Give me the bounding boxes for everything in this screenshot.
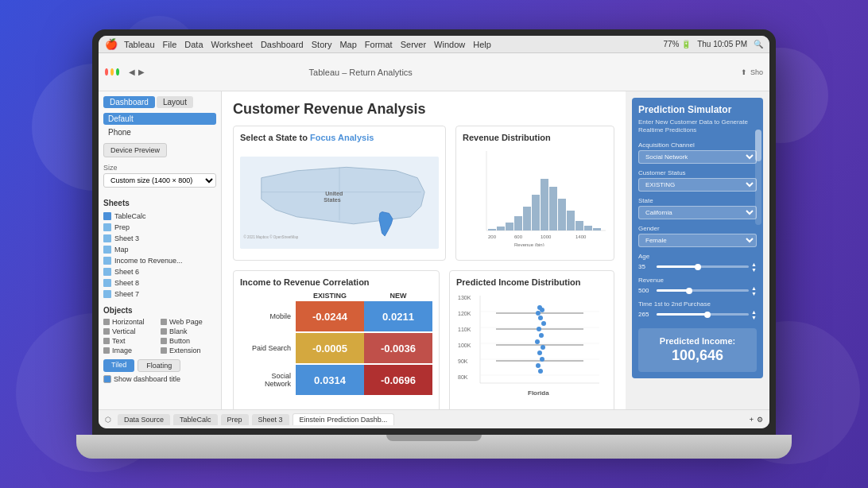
tab-prep[interactable]: Prep — [221, 414, 249, 425]
sheet-item-income[interactable]: Income to Revenue... — [103, 255, 216, 266]
menu-worksheet[interactable]: Worksheet — [211, 40, 253, 49]
obj-vertical[interactable]: Vertical — [103, 327, 159, 335]
sheet-item-sheet6[interactable]: Sheet 6 — [103, 266, 216, 277]
menu-dashboard[interactable]: Dashboard — [261, 40, 304, 49]
share-icon[interactable]: ⬆ — [741, 68, 747, 76]
sheet-item-map[interactable]: Map — [103, 244, 216, 255]
menu-server[interactable]: Server — [401, 40, 426, 49]
revenue-panel: Revenue Distribution — [455, 126, 614, 261]
scroll-indicator — [755, 130, 761, 225]
menubar-right-area: 77% 🔋 Thu 10:05 PM 🔍 — [663, 40, 763, 48]
sheet-item-sheet8[interactable]: Sheet 8 — [103, 277, 216, 289]
battery-info: 77% 🔋 — [663, 40, 691, 48]
svg-rect-16 — [558, 199, 566, 230]
menu-tableau[interactable]: Tableau — [124, 40, 155, 49]
tab-sheet3[interactable]: Sheet 3 — [252, 414, 289, 425]
time-purchase-arrows[interactable]: ▲ ▼ — [751, 309, 757, 320]
menu-map[interactable]: Map — [339, 40, 356, 49]
tableau-window-title: Tableau – Return Analytics — [309, 68, 413, 77]
tab-layout[interactable]: Layout — [157, 96, 193, 108]
obj-blank[interactable]: Blank — [161, 327, 216, 335]
toolbar-left-icons: ◀ ▶ — [105, 67, 145, 78]
obj-button[interactable]: Button — [161, 337, 216, 345]
menu-help[interactable]: Help — [473, 40, 491, 49]
age-arrows[interactable]: ▲ ▼ — [751, 261, 757, 273]
obj-extension[interactable]: Extension — [161, 347, 216, 354]
predicted-income-box: Predicted Income: 100,646 — [638, 328, 757, 372]
cell-paid-new[interactable]: -0.0036 — [364, 333, 432, 363]
svg-point-45 — [536, 311, 541, 316]
menu-items: Tableau File Data Worksheet Dashboard St… — [124, 40, 491, 49]
database-icon: ⬡ — [105, 416, 111, 424]
revenue-slider[interactable] — [657, 289, 749, 292]
svg-point-46 — [538, 316, 543, 320]
age-value: 35 — [638, 263, 654, 270]
svg-rect-20 — [593, 228, 601, 230]
map-chart-title: Select a State to Focus Analysis — [240, 133, 439, 142]
show-title-checkbox[interactable] — [103, 375, 111, 383]
tab-tablecalc[interactable]: TableCalc — [173, 414, 218, 425]
obj-webpage[interactable]: Web Page — [161, 318, 216, 326]
svg-rect-18 — [575, 221, 583, 230]
tab-dashboard[interactable]: Dashboard — [103, 96, 155, 108]
customer-status-select[interactable]: EXISTING NEW — [638, 178, 757, 192]
row-label-social: SocialNetwork — [240, 372, 296, 388]
add-sheet-icon[interactable]: + — [750, 416, 754, 424]
sheet-item-sheet3[interactable]: Sheet 3 — [103, 233, 216, 244]
cell-mobile-new[interactable]: 0.0211 — [364, 301, 432, 331]
state-label: State — [638, 197, 757, 204]
acquisition-channel-label: Acquisition Channel — [638, 141, 757, 149]
cell-paid-existing[interactable]: -0.0005 — [296, 333, 364, 363]
screen-bezel: 🍎 Tableau File Data Worksheet Dashboard … — [92, 29, 776, 435]
menu-window[interactable]: Window — [434, 40, 465, 49]
state-select[interactable]: California Florida Texas New York — [638, 206, 757, 219]
search-icon[interactable]: 🔍 — [754, 40, 763, 48]
cell-social-new[interactable]: -0.0696 — [364, 365, 432, 395]
svg-point-44 — [540, 308, 544, 312]
row-label-paid-search: Paid Search — [240, 344, 296, 352]
obj-horizontal[interactable]: Horizontal — [103, 318, 159, 326]
svg-rect-8 — [488, 229, 496, 230]
usa-map-svg: © 2021 Mapbox © OpenStreetMap United Sta… — [240, 147, 439, 258]
predicted-income-panel: Predicted Income Distribution 130K 12 — [449, 270, 614, 409]
revenue-arrows[interactable]: ▲ ▼ — [751, 285, 757, 296]
profile-default[interactable]: Default — [103, 113, 216, 125]
customer-status-label: Customer Status — [638, 169, 757, 176]
obj-text[interactable]: Text — [103, 337, 159, 345]
matrix-header: EXISTING NEW — [296, 292, 432, 300]
back-icon[interactable]: ◀ — [129, 68, 135, 76]
gender-select[interactable]: Female Male — [638, 234, 757, 247]
tab-options-icon[interactable]: ⚙ — [757, 416, 763, 424]
laptop-container: 🍎 Tableau File Data Worksheet Dashboard … — [92, 29, 776, 459]
obj-image[interactable]: Image — [103, 347, 159, 354]
menu-data[interactable]: Data — [184, 40, 203, 49]
datetime-info: Thu 10:05 PM — [697, 40, 747, 48]
tab-data-source[interactable]: Data Source — [118, 414, 170, 425]
floating-button[interactable]: Floating — [138, 359, 180, 372]
forward-icon[interactable]: ▶ — [138, 68, 145, 76]
tab-einstein-dashboard[interactable]: Einstein Prediction Dashb... — [293, 413, 395, 425]
acquisition-channel-select[interactable]: Social Network Mobile Paid Search — [638, 150, 757, 164]
sheet-item-sheet7[interactable]: Sheet 7 — [103, 289, 216, 300]
menu-file[interactable]: File — [163, 40, 177, 49]
menu-story[interactable]: Story — [312, 40, 332, 49]
apple-menu-icon[interactable]: 🍎 — [105, 38, 118, 50]
size-select[interactable]: Custom size (1400 × 800) — [103, 173, 216, 188]
age-slider[interactable] — [657, 265, 749, 268]
time-purchase-slider[interactable] — [657, 313, 749, 316]
device-preview-button[interactable]: Device Preview — [103, 143, 167, 157]
cell-social-existing[interactable]: 0.0314 — [296, 365, 364, 395]
revenue-histogram-svg: 200 600 1000 1400 Revenue (bin) — [463, 147, 610, 246]
sheet-item-tablecalc[interactable]: TableCalc — [103, 211, 216, 222]
tiled-floating-group: Tiled Floating — [103, 359, 216, 372]
menu-format[interactable]: Format — [365, 40, 393, 49]
profile-phone[interactable]: Phone — [103, 126, 216, 138]
sidebar: Dashboard Layout Default Phone Device Pr… — [99, 91, 222, 409]
focus-link[interactable]: Focus Analysis — [310, 133, 374, 142]
show-icon[interactable]: Sho — [750, 68, 763, 76]
svg-text:110K: 110K — [458, 327, 471, 332]
macos-menubar: 🍎 Tableau File Data Worksheet Dashboard … — [99, 36, 769, 53]
cell-mobile-existing[interactable]: -0.0244 — [296, 301, 364, 331]
tiled-button[interactable]: Tiled — [103, 359, 134, 372]
sheet-item-prep[interactable]: Prep — [103, 222, 216, 233]
